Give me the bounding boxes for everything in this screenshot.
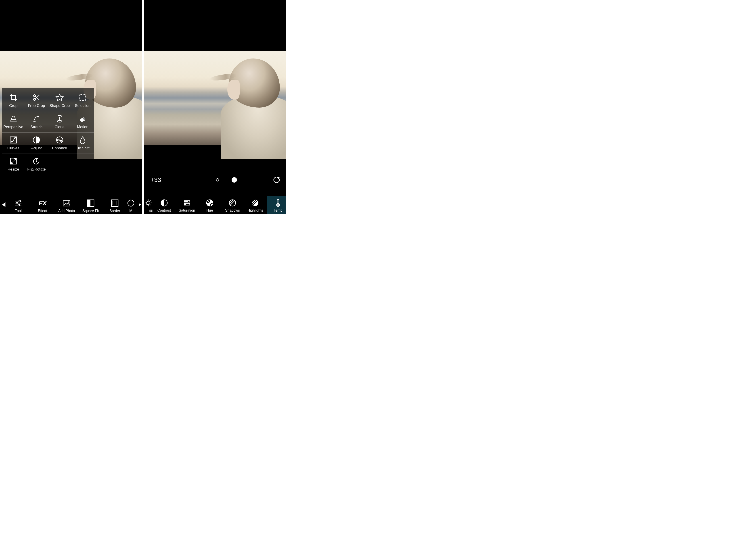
add-photo-icon [62,198,71,208]
tool-label: Tilt Shift [76,146,89,151]
canvas-image [144,51,286,145]
motion-icon [78,114,87,123]
reset-icon[interactable] [272,176,281,184]
back-arrow-icon[interactable] [0,201,6,208]
bottombar-label: Effect [38,209,47,213]
svg-marker-28 [277,177,279,179]
editor-pane-adjust: +33 ssContrastSaturationHueShadowsHighli… [143,0,286,214]
perspective-icon [9,114,18,123]
adjust-label: ss [149,209,153,212]
adjust-toolbar: ssContrastSaturationHueShadowsHighlights… [144,194,286,214]
svg-marker-27 [139,203,141,207]
svg-rect-34 [184,204,186,205]
adjust-label: Temp [274,209,282,212]
tool-flip-rotate[interactable]: Flip/Rotate [25,156,48,173]
tool-label: Shape Crop [49,104,70,108]
svg-rect-23 [87,200,90,207]
square-fit-icon [86,198,95,208]
bottombar-square-fit[interactable]: Square Fit [79,198,103,214]
tool-label: Motion [77,125,88,129]
bottombar-border[interactable]: Border [103,198,127,214]
tool-free-crop[interactable]: Free Crop [25,92,48,109]
tool-clone[interactable]: Clone [48,113,71,131]
bottombar-mask[interactable]: M [127,198,135,214]
temp-icon [274,198,283,207]
slider-thumb[interactable] [232,177,237,183]
brightness-icon [144,198,153,207]
tool-label: Enhance [52,146,67,151]
svg-rect-3 [80,95,86,101]
bottombar-label: Square Fit [82,209,99,213]
svg-marker-15 [36,158,38,160]
adjust-saturation[interactable]: Saturation [176,196,198,214]
tool-crop[interactable]: Crop [2,92,25,109]
adjust-temp[interactable]: Temp [267,196,286,214]
tool-label: Flip/Rotate [27,167,46,171]
tool-perspective[interactable]: Perspective [2,113,25,131]
tool-selection[interactable]: Selection [71,92,95,109]
svg-rect-32 [184,201,188,203]
bottombar-effect[interactable]: FXEffect [30,198,54,214]
svg-point-18 [19,200,21,202]
adjust-label: Highlights [248,209,263,212]
tool-label: Adjust [31,146,42,151]
selection-icon [78,93,87,102]
tool-motion[interactable]: Motion [71,113,95,131]
temp-slider[interactable] [167,177,268,183]
rotate-icon [32,157,41,165]
highlights-icon [251,198,260,207]
svg-marker-17 [2,202,6,207]
curves-icon [9,136,18,144]
adjust-shadows[interactable]: Shadows [221,196,244,214]
tool-popup-menu: CropFree CropShape CropSelectionPerspect… [2,88,94,176]
tool-resize[interactable]: Resize [2,156,25,173]
hue-icon [205,198,214,207]
tool-curves[interactable]: Curves [2,134,25,152]
saturation-icon [182,198,191,207]
adjust-brightness[interactable]: ss [144,196,153,214]
adjust-label: Contrast [157,209,171,212]
tool-label: Curves [7,146,20,151]
svg-point-29 [147,201,150,205]
droplet-icon [78,136,87,144]
stretch-icon [32,114,41,123]
adjust-label: Shadows [225,209,240,212]
slider-center-marker [216,178,219,182]
photo-subject [222,58,286,148]
svg-point-19 [16,202,18,204]
svg-point-26 [128,200,134,206]
contrast-icon [160,198,169,207]
tool-adjust[interactable]: Adjust [25,134,48,152]
bottombar-tool[interactable]: Tool [6,198,30,214]
editor-pane-tools: CropFree CropShape CropSelectionPerspect… [0,0,143,214]
forward-arrow-icon[interactable] [138,202,142,207]
tool-tilt-shift[interactable]: Tilt Shift [71,134,95,152]
svg-point-4 [57,121,62,122]
svg-point-0 [33,95,36,97]
adjust-label: Hue [206,209,213,212]
tool-label: Clone [55,125,65,129]
bottombar-label: Border [109,209,120,213]
fx-icon: FX [38,198,47,208]
svg-point-6 [81,118,83,122]
adjust-highlights[interactable]: Highlights [244,196,267,214]
tool-stretch[interactable]: Stretch [25,113,48,131]
bottombar-label: M [129,209,132,213]
adjust-slider-area: +33 [144,170,286,190]
svg-rect-25 [113,201,117,205]
svg-point-1 [33,99,36,101]
adjust-contrast[interactable]: Contrast [153,196,176,214]
tool-enhance[interactable]: Enhance [48,134,71,152]
bottom-toolbar-left: ToolFXEffectAdd PhotoSquare FitBorderM [0,195,142,214]
mask-icon [126,198,135,208]
svg-rect-24 [111,200,118,207]
tool-shape-crop[interactable]: Shape Crop [48,92,71,109]
bottombar-label: Tool [15,209,21,213]
tool-label: Resize [7,167,19,171]
star-icon [55,93,64,102]
clone-icon [55,114,64,123]
svg-point-20 [18,204,20,206]
adjust-hue[interactable]: Hue [198,196,221,214]
border-icon [110,198,119,208]
bottombar-add-photo[interactable]: Add Photo [54,198,79,214]
